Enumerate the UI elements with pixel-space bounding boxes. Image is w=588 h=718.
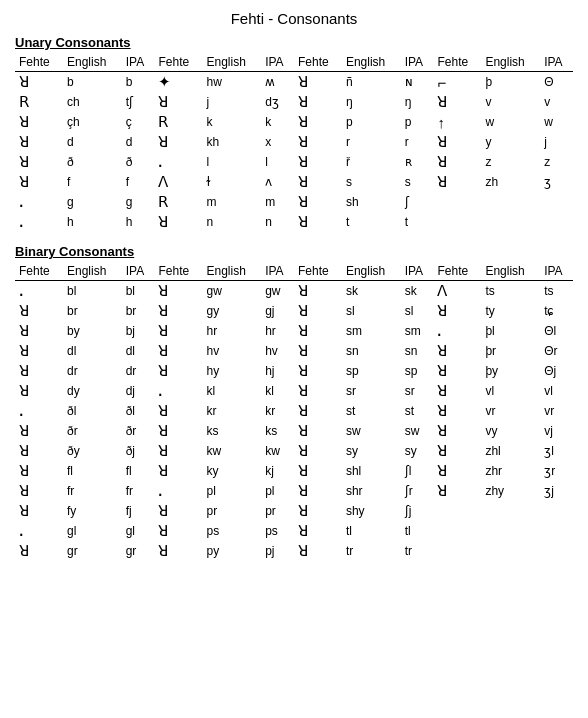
english-val: hr: [202, 321, 261, 341]
ipa-val: ts: [540, 281, 573, 302]
english-val: gl: [63, 521, 122, 541]
english-val: sp: [342, 361, 401, 381]
english-val: by: [63, 321, 122, 341]
ipa-val: k: [261, 112, 294, 132]
english-val: [481, 501, 540, 521]
ipa-val: ʃj: [401, 501, 434, 521]
table-row: ꓤflflꓤkykjꓤshlʃlꓤzhrʒr: [15, 461, 573, 481]
english-val: ðl: [63, 401, 122, 421]
english-val: p: [342, 112, 401, 132]
english-val: sl: [342, 301, 401, 321]
col-ipa-1: IPA: [122, 54, 155, 72]
binary-section: Binary Consonants Fehte English IPA Feht…: [15, 244, 573, 561]
table-row: ꓤçhçꓣkkꓤpp↑ww: [15, 112, 573, 132]
ipa-val: hj: [261, 361, 294, 381]
fehte-char: ꓤ: [294, 501, 342, 521]
fehte-char: ꓤ: [154, 461, 202, 481]
ipa-val: v: [540, 92, 573, 112]
fehte-char: ꓤ: [15, 301, 63, 321]
english-val: shy: [342, 501, 401, 521]
english-val: kw: [202, 441, 261, 461]
english-val: ñ: [342, 72, 401, 93]
col-fehte-1: Fehte: [15, 54, 63, 72]
english-val: w: [481, 112, 540, 132]
english-val: þl: [481, 321, 540, 341]
table-row: ꓸggꓣmmꓤshʃ: [15, 192, 573, 212]
english-val: shl: [342, 461, 401, 481]
ipa-val: ɴ: [401, 72, 434, 93]
ipa-val: ʃl: [401, 461, 434, 481]
col-ipa-4: IPA: [540, 54, 573, 72]
fehte-char: ꓤ: [294, 172, 342, 192]
col-fehte-3: Fehte: [294, 54, 342, 72]
fehte-char: ꓤ: [433, 461, 481, 481]
english-val: [481, 541, 540, 561]
english-val: hw: [202, 72, 261, 93]
fehte-char: ꓤ: [294, 281, 342, 302]
english-val: kh: [202, 132, 261, 152]
fehte-char: ꓤ: [154, 341, 202, 361]
ipa-val: kw: [261, 441, 294, 461]
bcol-fehte-4: Fehte: [433, 263, 481, 281]
fehte-char: ꓤ: [294, 212, 342, 232]
ipa-val: dj: [122, 381, 155, 401]
english-val: þ: [481, 72, 540, 93]
english-val: zhr: [481, 461, 540, 481]
unary-heading: Unary Consonants: [15, 35, 573, 50]
ipa-val: gr: [122, 541, 155, 561]
table-row: ꓸðlðlꓤkrkrꓤststꓤvrvr: [15, 401, 573, 421]
bcol-ipa-1: IPA: [122, 263, 155, 281]
table-row: ꓤdydjꓸklklꓤsrsrꓤvlvl: [15, 381, 573, 401]
english-val: d: [63, 132, 122, 152]
fehte-char: ꓤ: [154, 281, 202, 302]
table-row: ꓤbrbrꓤgygjꓤslslꓤtytɕ: [15, 301, 573, 321]
fehte-char: ꓤ: [294, 481, 342, 501]
english-val: s: [342, 172, 401, 192]
fehte-char: ꓤ: [15, 501, 63, 521]
fehte-char: ꓤ: [294, 92, 342, 112]
fehte-char: ꓤ: [15, 321, 63, 341]
ipa-val: vj: [540, 421, 573, 441]
english-val: çh: [63, 112, 122, 132]
table-row: ꓤððꓸllꓤřʀꓤzz: [15, 152, 573, 172]
english-val: sh: [342, 192, 401, 212]
fehte-char: ꓤ: [154, 421, 202, 441]
ipa-val: m: [261, 192, 294, 212]
english-val: y: [481, 132, 540, 152]
fehte-char: ꓤ: [294, 441, 342, 461]
english-val: sk: [342, 281, 401, 302]
english-val: pr: [202, 501, 261, 521]
fehte-char: ꓣ: [15, 92, 63, 112]
fehte-char: ꓥ: [433, 281, 481, 302]
ipa-val: dr: [122, 361, 155, 381]
fehte-char: ꓤ: [154, 301, 202, 321]
col-english-4: English: [481, 54, 540, 72]
english-val: kr: [202, 401, 261, 421]
bcol-ipa-3: IPA: [401, 263, 434, 281]
english-val: vr: [481, 401, 540, 421]
fehte-char: ꓸ: [15, 281, 63, 302]
table-row: ꓤdldlꓤhvhvꓤsnsnꓤþrΘr: [15, 341, 573, 361]
fehte-char: ꓤ: [15, 72, 63, 93]
ipa-val: ðl: [122, 401, 155, 421]
ipa-val: ʀ: [401, 152, 434, 172]
fehte-char: ꓤ: [15, 481, 63, 501]
english-val: b: [63, 72, 122, 93]
fehte-char: ✦: [154, 72, 202, 93]
ipa-val: fl: [122, 461, 155, 481]
ipa-val: l: [261, 152, 294, 172]
fehte-char: ꓤ: [294, 361, 342, 381]
col-fehte-4: Fehte: [433, 54, 481, 72]
ipa-val: ðr: [122, 421, 155, 441]
table-row: ꓸhhꓤnnꓤtt: [15, 212, 573, 232]
fehte-char: ꓤ: [294, 381, 342, 401]
english-val: ŋ: [342, 92, 401, 112]
ipa-val: hr: [261, 321, 294, 341]
english-val: ř: [342, 152, 401, 172]
fehte-char: ꓤ: [433, 361, 481, 381]
fehte-char: ꓤ: [294, 132, 342, 152]
fehte-char: ꓣ: [154, 192, 202, 212]
ipa-val: t: [401, 212, 434, 232]
fehte-char: ꓤ: [154, 441, 202, 461]
english-val: fl: [63, 461, 122, 481]
